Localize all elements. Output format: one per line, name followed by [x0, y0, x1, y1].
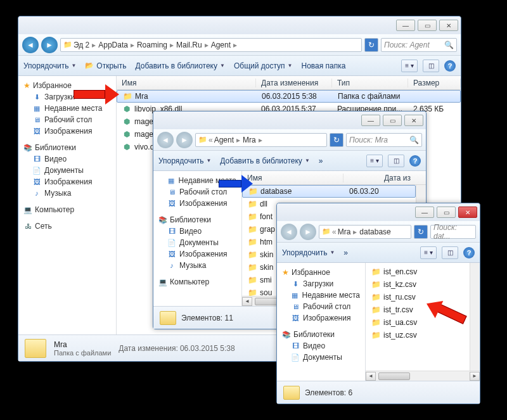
new-folder-button[interactable]: Новая папка	[301, 61, 345, 70]
nav-desktop[interactable]: 🖥Рабочий стол	[18, 114, 116, 125]
nav-music[interactable]: ♪Музыка	[153, 260, 241, 271]
titlebar[interactable]: — ▭ ✕	[277, 203, 480, 221]
libraries-header[interactable]: 📚Библиотеки	[153, 214, 241, 226]
view-button[interactable]: ≡ ▾	[420, 246, 437, 259]
organize-menu[interactable]: Упорядочить▼	[23, 61, 76, 70]
share-menu[interactable]: Общий доступ▼	[234, 61, 293, 70]
more-menu[interactable]: »	[319, 156, 323, 165]
refresh-button[interactable]: ↻	[414, 225, 428, 239]
minimize-button[interactable]: —	[361, 115, 380, 126]
organize-menu[interactable]: Упорядочить▼	[158, 156, 211, 165]
view-button[interactable]: ≡ ▾	[366, 155, 383, 167]
nav-documents[interactable]: 📄Документы	[18, 165, 116, 176]
titlebar[interactable]: — ▭ ✕	[153, 111, 426, 129]
maximize-button[interactable]: ▭	[383, 115, 402, 126]
search-box[interactable]: Поиск: Agent🔍	[381, 38, 457, 52]
forward-button[interactable]: ►	[41, 37, 58, 53]
col-type[interactable]: Тип	[332, 79, 408, 87]
scroll-thumb[interactable]	[378, 372, 410, 380]
file-row[interactable]: 📁ist_uz.csv	[366, 329, 470, 341]
forward-button[interactable]: ►	[176, 132, 193, 148]
nav-desktop[interactable]: 🖥Рабочий стол	[277, 301, 365, 312]
refresh-button[interactable]: ↻	[330, 133, 343, 147]
address-bar[interactable]: 📁« Mra▸ database	[319, 225, 411, 239]
back-button[interactable]: ◄	[281, 224, 297, 240]
crumb[interactable]: AppData	[98, 41, 128, 49]
preview-button[interactable]: ◫	[388, 155, 404, 167]
close-button[interactable]: ✕	[458, 207, 477, 218]
crumb[interactable]: Agent	[211, 41, 231, 49]
nav-pictures[interactable]: 🖼Изображения	[277, 312, 365, 324]
crumb[interactable]: Roaming	[137, 41, 167, 49]
file-row[interactable]: 📁ist_en.csv	[366, 265, 470, 278]
col-date[interactable]: Дата изменения	[256, 79, 332, 87]
preview-button[interactable]: ◫	[423, 60, 439, 72]
nav-recent[interactable]: ▦Недавние места	[277, 290, 365, 301]
network-header[interactable]: 🖧Сеть	[18, 220, 116, 232]
scrollbar-vertical[interactable]	[470, 263, 480, 371]
address-bar[interactable]: 📁 Эд 2▸ AppData▸ Roaming▸ Mail.Ru▸ Agent…	[60, 38, 362, 52]
organize-menu[interactable]: Упорядочить▼	[282, 248, 335, 257]
nav-pictures-lib[interactable]: 🖼Изображения	[18, 176, 116, 188]
nav-desktop[interactable]: 🖥Рабочий стол	[153, 186, 241, 198]
file-row[interactable]: 📁ist_ru.csv	[366, 291, 470, 303]
close-button[interactable]: ✕	[439, 20, 458, 31]
minimize-button[interactable]: —	[415, 207, 434, 218]
file-row[interactable]: 📁Mra06.03.2015 5:38Папка с файлами	[117, 90, 461, 103]
maximize-button[interactable]: ▭	[437, 207, 456, 218]
col-date[interactable]: Дата из	[343, 174, 416, 182]
refresh-button[interactable]: ↻	[364, 38, 378, 52]
search-box[interactable]: Поиск: dat...	[430, 225, 476, 239]
scrollbar-horizontal[interactable]: ◄ ►	[366, 371, 480, 381]
back-button[interactable]: ◄	[157, 132, 174, 148]
add-to-library-menu[interactable]: Добавить в библиотеку▼	[135, 61, 224, 70]
column-headers[interactable]: Имя Дата изменения Тип Размер	[117, 76, 461, 90]
col-name[interactable]: Имя	[117, 79, 256, 87]
search-box[interactable]: Поиск: Mra🔍	[346, 133, 422, 147]
more-menu[interactable]: »	[343, 248, 348, 257]
nav-video[interactable]: 🎞Видео	[18, 153, 116, 165]
scroll-left-button[interactable]: ◄	[242, 297, 252, 306]
nav-video[interactable]: 🎞Видео	[277, 340, 365, 352]
crumb[interactable]: Mra	[338, 227, 351, 236]
forward-button[interactable]: ►	[300, 224, 316, 240]
nav-music[interactable]: ♪Музыка	[18, 188, 116, 199]
col-name[interactable]: Имя	[242, 174, 343, 182]
nav-pictures-lib[interactable]: 🖼Изображения	[153, 248, 241, 260]
open-button[interactable]: 📂Открыть	[85, 61, 126, 70]
nav-video[interactable]: 🎞Видео	[153, 226, 241, 237]
close-button[interactable]: ✕	[404, 115, 423, 126]
file-row[interactable]: 📁ist_kz.csv	[366, 278, 470, 291]
libraries-header[interactable]: 📚Библиотеки	[18, 142, 116, 153]
scroll-right-button[interactable]: ►	[470, 372, 480, 381]
preview-button[interactable]: ◫	[442, 246, 458, 259]
libraries-header[interactable]: 📚Библиотеки	[277, 329, 365, 340]
col-size[interactable]: Размер	[408, 79, 461, 87]
nav-pictures[interactable]: 🖼Изображения	[153, 198, 241, 209]
add-to-library-menu[interactable]: Добавить в библиотеку▼	[220, 156, 309, 165]
back-button[interactable]: ◄	[22, 37, 39, 53]
help-button[interactable]: ?	[463, 247, 475, 258]
crumb[interactable]: Эд 2	[74, 41, 89, 49]
minimize-button[interactable]: —	[396, 20, 415, 31]
help-button[interactable]: ?	[444, 60, 456, 72]
nav-documents[interactable]: 📄Документы	[153, 237, 241, 248]
nav-recent[interactable]: ▦Недавние места	[18, 103, 116, 114]
crumb[interactable]: database	[359, 227, 390, 236]
nav-pictures[interactable]: 🖼Изображения	[18, 125, 116, 137]
crumb[interactable]: Mra	[243, 136, 256, 144]
nav-downloads[interactable]: ⬇Загрузки	[277, 278, 365, 290]
computer-header[interactable]: 💻Компьютер	[18, 204, 116, 215]
crumb[interactable]: Mail.Ru	[176, 41, 202, 49]
view-button[interactable]: ≡ ▾	[401, 60, 418, 72]
file-row[interactable]: 📁database06.03.20	[242, 185, 416, 198]
scroll-left-button[interactable]: ◄	[366, 372, 376, 381]
maximize-button[interactable]: ▭	[418, 20, 437, 31]
address-bar[interactable]: 📁« Agent▸ Mra▸	[195, 133, 327, 147]
column-headers[interactable]: Имя Дата из	[242, 171, 426, 185]
titlebar[interactable]: — ▭ ✕	[18, 16, 461, 34]
favorites-header[interactable]: ★Избранное	[277, 267, 365, 278]
help-button[interactable]: ?	[409, 155, 421, 167]
computer-header[interactable]: 💻Компьютер	[153, 276, 241, 288]
crumb[interactable]: Agent	[214, 136, 234, 144]
